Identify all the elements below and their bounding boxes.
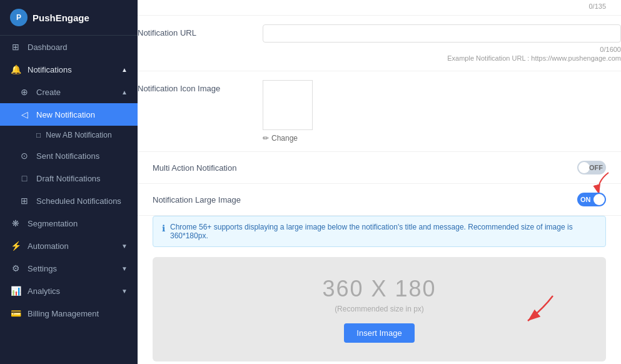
sidebar-item-label: Draft Notifications bbox=[36, 174, 101, 183]
sidebar-item-label: Scheduled Notifications bbox=[36, 196, 121, 206]
notification-url-input[interactable] bbox=[263, 24, 621, 43]
char-count-top: 0/135 bbox=[588, 3, 606, 10]
notification-large-label: Notification Large Image bbox=[153, 195, 577, 205]
main-content: 0/135 Notification URL 0/1600 Example No… bbox=[138, 0, 621, 364]
sidebar-item-label: Dashboard bbox=[28, 43, 68, 52]
red-arrow-annotation-2 bbox=[493, 293, 556, 327]
sidebar-item-label: New AB Notification bbox=[46, 131, 111, 139]
notification-url-content: 0/1600 Example Notification URL : https:… bbox=[263, 24, 621, 62]
multi-action-row: Multi Action Notification OFF bbox=[138, 152, 621, 184]
info-box: ℹ Chrome 56+ supports displaying a large… bbox=[153, 216, 606, 247]
draft-icon: □ bbox=[19, 173, 30, 183]
change-icon-button[interactable]: ✏ Change bbox=[263, 134, 621, 143]
notification-large-switch[interactable]: ON bbox=[577, 193, 606, 206]
chevron-down-icon: ▼ bbox=[121, 243, 128, 250]
sidebar-item-label: Analytics bbox=[28, 286, 60, 296]
segmentation-icon: ❋ bbox=[10, 218, 21, 228]
multi-action-label: Multi Action Notification bbox=[153, 163, 577, 173]
notification-large-toggle[interactable]: ON bbox=[577, 193, 606, 206]
sidebar-item-label: Sent Notifications bbox=[36, 151, 99, 161]
notification-icon-content: ✏ Change bbox=[263, 80, 621, 143]
sidebar-item-label: Settings bbox=[28, 264, 57, 273]
image-upload-placeholder: 360 X 180 (Recommended size in px) Inser… bbox=[153, 257, 606, 361]
sidebar-item-new-notification[interactable]: ◁ New Notification bbox=[0, 103, 138, 126]
pencil-icon: ✏ bbox=[263, 134, 269, 143]
sidebar-item-settings[interactable]: ⚙ Settings ▼ bbox=[0, 257, 138, 280]
settings-icon: ⚙ bbox=[10, 263, 21, 273]
sidebar-item-new-ab-notification[interactable]: □ New AB Notification bbox=[0, 126, 138, 144]
chevron-up-icon: ▲ bbox=[121, 89, 128, 96]
toggle-knob bbox=[593, 194, 605, 205]
image-size-label: (Recommended size in px) bbox=[335, 305, 424, 313]
notification-url-row: Notification URL 0/1600 Example Notifica… bbox=[138, 16, 621, 71]
top-char-count-row: 0/135 bbox=[138, 0, 621, 16]
sent-icon: ⊙ bbox=[19, 151, 30, 161]
scheduled-icon: ⊞ bbox=[19, 196, 30, 206]
app-name: PushEngage bbox=[33, 13, 89, 23]
sidebar-item-segmentation[interactable]: ❋ Segmentation bbox=[0, 212, 138, 235]
sidebar-item-scheduled-notifications[interactable]: ⊞ Scheduled Notifications bbox=[0, 190, 138, 212]
url-char-count: 0/1600 bbox=[447, 46, 621, 53]
info-text: Chrome 56+ supports displaying a large i… bbox=[170, 223, 597, 240]
toggle-on-label: ON bbox=[580, 196, 591, 203]
sidebar-item-create[interactable]: ⊕ Create ▲ bbox=[0, 81, 138, 103]
analytics-icon: 📊 bbox=[10, 286, 21, 296]
notification-icon-label: Notification Icon Image bbox=[138, 80, 263, 93]
notification-url-label: Notification URL bbox=[138, 24, 263, 38]
app-logo: P PushEngage bbox=[0, 0, 138, 36]
notification-large-image-row: Notification Large Image ON bbox=[138, 184, 621, 216]
insert-image-button[interactable]: Insert Image bbox=[344, 323, 414, 343]
sidebar-item-draft-notifications[interactable]: □ Draft Notifications bbox=[0, 167, 138, 190]
info-icon: ℹ bbox=[162, 223, 165, 233]
sidebar-item-billing[interactable]: 💳 Billing Management bbox=[0, 302, 138, 325]
sidebar-item-automation[interactable]: ⚡ Automation ▼ bbox=[0, 235, 138, 257]
url-right: 0/1600 Example Notification URL : https:… bbox=[447, 44, 621, 62]
icon-image-box bbox=[263, 80, 313, 130]
new-notification-icon: ◁ bbox=[19, 109, 30, 119]
chevron-down-icon: ▼ bbox=[121, 265, 128, 272]
sidebar-item-label: Segmentation bbox=[28, 219, 78, 228]
dashboard-icon: ⊞ bbox=[10, 42, 21, 52]
content-area: 0/135 Notification URL 0/1600 Example No… bbox=[138, 0, 621, 364]
sidebar-item-label: Notifications bbox=[28, 65, 72, 74]
ab-notification-icon: □ bbox=[36, 131, 41, 139]
sidebar-item-notifications[interactable]: 🔔 Notifications ▲ bbox=[0, 58, 138, 81]
sidebar-item-label: Billing Management bbox=[28, 309, 99, 318]
create-icon: ⊕ bbox=[19, 87, 30, 97]
logo-icon: P bbox=[10, 9, 28, 26]
notifications-icon: 🔔 bbox=[10, 64, 21, 74]
image-size-text: 360 X 180 bbox=[322, 276, 436, 302]
automation-icon: ⚡ bbox=[10, 241, 21, 251]
sidebar-item-dashboard[interactable]: ⊞ Dashboard bbox=[0, 36, 138, 58]
sidebar-item-analytics[interactable]: 📊 Analytics ▼ bbox=[0, 280, 138, 302]
url-example: Example Notification URL : https://www.p… bbox=[447, 54, 621, 62]
chevron-up-icon: ▲ bbox=[121, 66, 128, 73]
notification-icon-row: Notification Icon Image ✏ Change bbox=[138, 71, 621, 152]
billing-icon: 💳 bbox=[10, 308, 21, 318]
sidebar-item-label: New Notification bbox=[36, 110, 95, 119]
change-label: Change bbox=[271, 134, 298, 143]
chevron-down-icon: ▼ bbox=[121, 288, 128, 295]
url-meta: 0/1600 Example Notification URL : https:… bbox=[263, 44, 621, 62]
sidebar-item-sent-notifications[interactable]: ⊙ Sent Notifications bbox=[0, 144, 138, 167]
sidebar-item-label: Create bbox=[36, 88, 61, 97]
sidebar-item-label: Automation bbox=[28, 241, 69, 251]
sidebar: P PushEngage ⊞ Dashboard 🔔 Notifications… bbox=[0, 0, 138, 364]
